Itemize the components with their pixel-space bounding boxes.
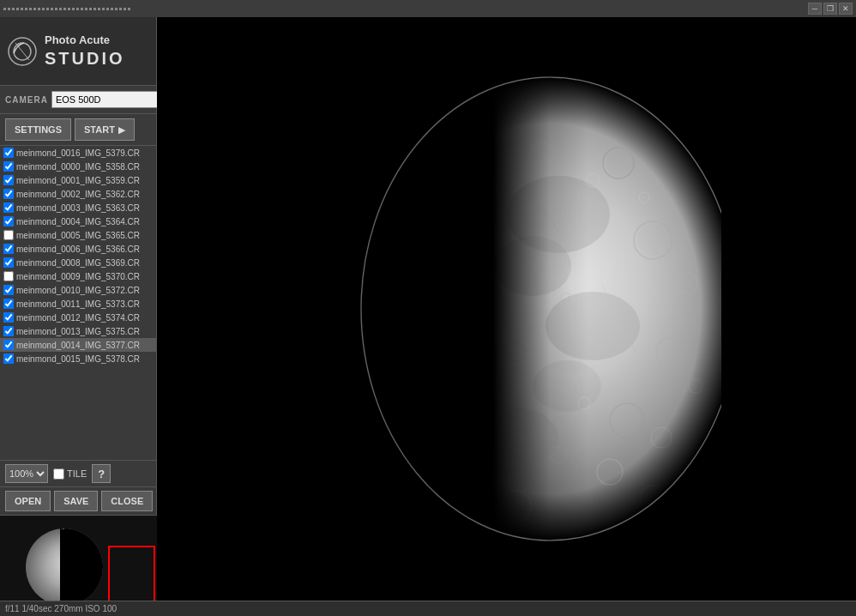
file-list-item[interactable]: meinmond_0012_IMG_5374.CR (0, 311, 156, 324)
file-checkbox[interactable] (3, 216, 14, 226)
start-button[interactable]: START ▶ (75, 118, 135, 141)
file-name-label: meinmond_0000_IMG_5358.CR (16, 162, 140, 172)
help-button[interactable]: ? (92, 464, 111, 483)
file-list-item[interactable]: meinmond_0004_IMG_5364.CR (0, 214, 156, 228)
file-name-label: meinmond_0009_IMG_5370.CR (16, 272, 140, 281)
file-name-label: meinmond_0002_IMG_5362.CR (16, 190, 140, 199)
play-icon: ▶ (118, 125, 125, 135)
file-list-item[interactable]: meinmond_0010_IMG_5372.CR (0, 283, 156, 297)
file-list-item[interactable]: meinmond_0002_IMG_5362.CR (0, 187, 156, 201)
save-button[interactable]: SAVE (54, 491, 98, 511)
bottom-controls: 25%50%75%100%150%200% TILE ? (0, 460, 156, 486)
file-list-item[interactable]: meinmond_0013_IMG_5375.CR (0, 324, 156, 338)
file-name-label: meinmond_0006_IMG_5366.CR (16, 245, 140, 254)
file-name-label: meinmond_0012_IMG_5374.CR (16, 313, 140, 323)
file-list[interactable]: meinmond_0016_IMG_5379.CRmeinmond_0000_I… (0, 146, 156, 460)
file-checkbox[interactable] (3, 202, 14, 213)
file-name-label: meinmond_0016_IMG_5379.CR (16, 148, 140, 158)
file-checkbox[interactable] (3, 148, 14, 158)
titlebar: ─ ❐ ✕ (0, 0, 856, 17)
file-checkbox[interactable] (3, 189, 14, 199)
file-name-label: meinmond_0003_IMG_5363.CR (16, 203, 140, 213)
file-checkbox[interactable] (3, 285, 14, 295)
main-image-view: meinmond_0014_IMG_5377.CR2.jpg 889 / 889 (157, 17, 856, 616)
file-list-item[interactable]: meinmond_0015_IMG_5378.CR (0, 352, 156, 365)
restore-button[interactable]: ❐ (823, 3, 837, 15)
file-checkbox[interactable] (3, 353, 14, 364)
file-name-label: meinmond_0008_IMG_5369.CR (16, 258, 140, 268)
file-list-item[interactable]: meinmond_0008_IMG_5369.CR (0, 256, 156, 269)
file-name-label: meinmond_0004_IMG_5364.CR (16, 217, 140, 226)
app-logo-icon (7, 36, 38, 67)
file-checkbox[interactable] (3, 175, 14, 185)
file-checkbox[interactable] (3, 230, 14, 240)
zoom-select-wrap: 25%50%75%100%150%200% (5, 464, 48, 483)
file-checkbox[interactable] (3, 312, 14, 323)
sidebar: Photo Acute STUDIO CAMERA SETTINGS START… (0, 17, 157, 616)
logo-text: Photo Acute STUDIO (45, 33, 125, 69)
file-name-label: meinmond_0011_IMG_5373.CR (16, 299, 140, 309)
logo-line2: STUDIO (45, 48, 125, 69)
open-button[interactable]: OPEN (5, 491, 51, 511)
file-checkbox[interactable] (3, 340, 14, 350)
file-list-item[interactable]: meinmond_0001_IMG_5359.CR (0, 173, 156, 187)
camera-row: CAMERA (0, 86, 156, 114)
titlebar-controls: ─ ❐ ✕ (808, 3, 853, 15)
file-list-item[interactable]: meinmond_0000_IMG_5358.CR (0, 160, 156, 173)
minimize-button[interactable]: ─ (808, 3, 822, 15)
file-name-label: meinmond_0001_IMG_5359.CR (16, 176, 140, 185)
file-name-label: meinmond_0010_IMG_5372.CR (16, 286, 140, 295)
file-name-label: meinmond_0005_IMG_5365.CR (16, 231, 140, 240)
start-label: START (84, 124, 115, 135)
close-window-button[interactable]: ✕ (839, 3, 853, 15)
titlebar-dots (3, 8, 141, 10)
file-list-item[interactable]: meinmond_0011_IMG_5373.CR (0, 297, 156, 311)
file-list-item[interactable]: meinmond_0006_IMG_5366.CR (0, 242, 156, 256)
file-checkbox[interactable] (3, 271, 14, 281)
file-checkbox[interactable] (3, 326, 14, 336)
file-list-item[interactable]: meinmond_0003_IMG_5363.CR (0, 201, 156, 214)
logo-line1: Photo Acute (45, 33, 125, 48)
file-list-item[interactable]: meinmond_0009_IMG_5370.CR (0, 269, 156, 283)
file-buttons-row: OPEN SAVE CLOSE (0, 486, 156, 515)
camera-label: CAMERA (5, 95, 48, 105)
zoom-select[interactable]: 25%50%75%100%150%200% (5, 464, 48, 483)
file-list-item[interactable]: meinmond_0016_IMG_5379.CR (0, 146, 156, 160)
file-list-item[interactable]: meinmond_0014_IMG_5377.CR (0, 338, 156, 352)
moon-image (292, 26, 721, 592)
buttons-row: SETTINGS START ▶ (0, 114, 156, 146)
moon-display (157, 17, 856, 601)
file-name-label: meinmond_0014_IMG_5377.CR (16, 341, 140, 350)
file-checkbox[interactable] (3, 299, 14, 309)
close-button[interactable]: CLOSE (101, 491, 153, 511)
settings-button[interactable]: SETTINGS (5, 118, 71, 141)
file-checkbox[interactable] (3, 161, 14, 172)
statusbar-text: f/11 1/40sec 270mm ISO 100 (5, 604, 117, 613)
logo-area: Photo Acute STUDIO (0, 17, 156, 86)
tile-checkbox-wrap: TILE (53, 468, 87, 480)
statusbar: f/11 1/40sec 270mm ISO 100 (0, 601, 856, 616)
tile-checkbox[interactable] (53, 468, 64, 480)
file-name-label: meinmond_0013_IMG_5375.CR (16, 327, 140, 336)
app-container: Photo Acute STUDIO CAMERA SETTINGS START… (0, 17, 856, 616)
tile-label: TILE (67, 468, 87, 479)
file-name-label: meinmond_0015_IMG_5378.CR (16, 354, 140, 364)
file-checkbox[interactable] (3, 244, 14, 254)
file-list-item[interactable]: meinmond_0005_IMG_5365.CR (0, 228, 156, 242)
file-checkbox[interactable] (3, 257, 14, 268)
